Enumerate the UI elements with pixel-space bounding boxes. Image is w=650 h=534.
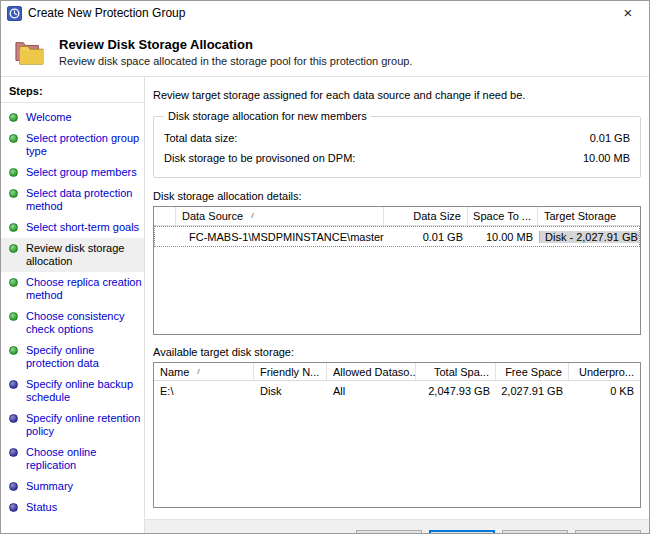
sidebar-item-choose-replica-creation-method[interactable]: Choose replica creation method — [1, 272, 144, 306]
step-current-bullet-icon — [9, 244, 18, 253]
row-spacer — [155, 227, 177, 246]
table-row-data-source[interactable]: FC-MABS-1\MSDPMINSTANCE\master on... 0.0… — [154, 226, 640, 247]
dpm-app-icon — [7, 6, 22, 21]
step-link[interactable]: Summary — [26, 480, 73, 493]
close-icon[interactable]: × — [613, 3, 643, 23]
sidebar-item-select-protection-group-type[interactable]: Select protection group type — [1, 128, 144, 162]
protection-group-folder-icon — [13, 38, 45, 66]
underprovisioned-cell: 0 KB — [569, 381, 640, 401]
available-table-header: Name/ Friendly N... Allowed Dataso... To… — [154, 363, 640, 381]
create-new-protection-group-dialog: Create New Protection Group × Review Dis… — [0, 0, 650, 534]
step-done-bullet-icon — [9, 346, 18, 355]
sidebar-item-summary[interactable]: Summary — [1, 476, 144, 497]
space-to-cell: 10.00 MB — [469, 227, 539, 246]
wizard-header: Review Disk Storage Allocation Review di… — [1, 25, 649, 77]
disk-storage-provisioned-row: Disk storage to be provisoned on DPM: 10… — [162, 148, 632, 168]
column-header-label: Name — [160, 366, 189, 378]
sort-ascending-icon: / — [197, 368, 200, 376]
step-link[interactable]: Status — [26, 501, 57, 514]
disk-storage-allocation-groupbox: Disk storage allocation for new members … — [153, 110, 641, 178]
disk-storage-provisioned-label: Disk storage to be provisoned on DPM: — [164, 152, 355, 164]
target-storage-cell: Disk - 2,027.91 GB — [539, 227, 639, 246]
step-link[interactable]: Choose online replication — [26, 446, 142, 472]
step-link[interactable]: Select protection group type — [26, 132, 142, 158]
page-title: Review Disk Storage Allocation — [59, 37, 412, 52]
sidebar-item-specify-online-backup-schedule[interactable]: Specify online backup schedule — [1, 374, 144, 408]
sidebar-item-select-short-term-goals[interactable]: Select short-term goals — [1, 217, 144, 238]
wizard-footer: < Back Next > Cancel Help — [145, 519, 649, 534]
step-pending-bullet-icon — [9, 380, 18, 389]
step-pending-bullet-icon — [9, 503, 18, 512]
page-subtitle: Review disk space allocated in the stora… — [59, 55, 412, 67]
step-pending-bullet-icon — [9, 414, 18, 423]
step-done-bullet-icon — [9, 312, 18, 321]
cancel-button[interactable]: Cancel — [502, 530, 568, 534]
details-table-empty-area — [154, 247, 640, 334]
available-table-label: Available target disk storage: — [153, 346, 641, 358]
step-done-bullet-icon — [9, 113, 18, 122]
title-bar: Create New Protection Group × — [1, 1, 649, 25]
available-table-empty-area — [154, 401, 640, 507]
step-done-bullet-icon — [9, 278, 18, 287]
step-link[interactable]: Select data protection method — [26, 187, 142, 213]
sidebar-item-review-disk-storage-allocation: Review disk storage allocation — [1, 238, 144, 272]
step-link[interactable]: Specify online retention policy — [26, 412, 142, 438]
data-source-cell: FC-MABS-1\MSDPMINSTANCE\master on... — [177, 227, 385, 246]
target-storage-value: Disk - 2,027.91 GB — [545, 231, 638, 243]
sidebar-item-specify-online-protection-data[interactable]: Specify online protection data — [1, 340, 144, 374]
sidebar-item-select-data-protection-method[interactable]: Select data protection method — [1, 183, 144, 217]
column-header-allowed-datasources[interactable]: Allowed Dataso... — [327, 363, 416, 380]
step-link[interactable]: Choose replica creation method — [26, 276, 142, 302]
next-button[interactable]: Next > — [429, 530, 495, 534]
groupbox-legend: Disk storage allocation for new members — [164, 110, 371, 122]
column-header-label: Data Source — [182, 210, 243, 222]
allowed-datasources-cell: All — [327, 381, 416, 401]
step-pending-bullet-icon — [9, 482, 18, 491]
step-link[interactable]: Specify online backup schedule — [26, 378, 142, 404]
column-header-total-space[interactable]: Total Spa... — [416, 363, 496, 380]
sidebar-item-specify-online-retention-policy[interactable]: Specify online retention policy — [1, 408, 144, 442]
disk-storage-provisioned-value: 10.00 MB — [583, 152, 630, 164]
column-header-data-size[interactable]: Data Size — [384, 207, 468, 225]
chevron-down-icon — [638, 231, 639, 239]
total-data-size-value: 0.01 GB — [590, 132, 630, 144]
column-header-friendly-name[interactable]: Friendly N... — [254, 363, 327, 380]
sidebar-item-welcome[interactable]: Welcome — [1, 107, 144, 128]
header-spacer — [154, 207, 176, 225]
table-row-disk[interactable]: E:\ Disk All 2,047.93 GB 2,027.91 GB 0 K… — [154, 381, 640, 401]
disk-storage-allocation-details-table: Data Source/ Data Size Space To ... Targ… — [153, 206, 641, 335]
target-storage-select[interactable]: Disk - 2,027.91 GB — [539, 231, 639, 243]
window-title: Create New Protection Group — [28, 6, 613, 20]
sidebar-item-choose-consistency-check-options[interactable]: Choose consistency check options — [1, 306, 144, 340]
data-size-cell: 0.01 GB — [385, 227, 469, 246]
column-header-free-space[interactable]: Free Space — [496, 363, 569, 380]
step-done-bullet-icon — [9, 223, 18, 232]
step-link[interactable]: Select short-term goals — [26, 221, 139, 234]
column-header-target-storage[interactable]: Target Storage — [538, 207, 640, 225]
step-link[interactable]: Specify online protection data — [26, 344, 142, 370]
friendly-name-cell: Disk — [254, 381, 327, 401]
step-link[interactable]: Choose consistency check options — [26, 310, 142, 336]
steps-sidebar: Steps: Welcome Select protection group t… — [1, 77, 145, 533]
column-header-space-to[interactable]: Space To ... — [468, 207, 538, 225]
details-table-label: Disk storage allocation details: — [153, 190, 641, 202]
steps-heading: Steps: — [1, 85, 144, 102]
steps-separator — [1, 102, 144, 103]
total-data-size-row: Total data size: 0.01 GB — [162, 128, 632, 148]
sidebar-item-status[interactable]: Status — [1, 497, 144, 518]
step-link[interactable]: Welcome — [26, 111, 72, 124]
column-header-name[interactable]: Name/ — [154, 363, 254, 380]
column-header-underprovisioned[interactable]: Underpro... — [569, 363, 640, 380]
column-header-data-source[interactable]: Data Source/ — [176, 207, 384, 225]
available-target-disk-storage-table: Name/ Friendly N... Allowed Dataso... To… — [153, 362, 641, 508]
sidebar-item-choose-online-replication[interactable]: Choose online replication — [1, 442, 144, 476]
step-link[interactable]: Select group members — [26, 166, 137, 179]
sidebar-item-select-group-members[interactable]: Select group members — [1, 162, 144, 183]
header-text: Review Disk Storage Allocation Review di… — [59, 37, 412, 67]
step-done-bullet-icon — [9, 189, 18, 198]
step-done-bullet-icon — [9, 168, 18, 177]
back-button[interactable]: < Back — [356, 530, 422, 534]
intro-text: Review target storage assigned for each … — [153, 89, 641, 101]
help-button[interactable]: Help — [575, 530, 641, 534]
step-label-current: Review disk storage allocation — [26, 242, 142, 268]
